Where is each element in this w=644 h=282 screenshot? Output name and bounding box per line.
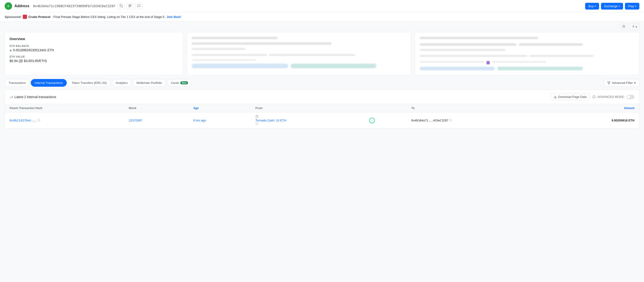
blur-line-5	[269, 54, 355, 56]
blur-line-2	[192, 42, 331, 45]
chat-button[interactable]	[136, 3, 142, 9]
col-block: Block	[124, 104, 188, 112]
block-link[interactable]: 21570367	[129, 119, 142, 122]
blur-line-c3-4	[420, 49, 506, 51]
col-from: From	[251, 104, 364, 112]
header-icon-group	[118, 3, 142, 9]
header-left: E Address 0x4b3A4a71c1998CF4823f39899Fb7…	[5, 2, 142, 10]
eth-diamond-icon: ◈	[10, 49, 12, 52]
blurred-card-3-content	[420, 37, 634, 70]
svg-rect-21	[450, 120, 452, 121]
eth-balance-label: ETH BALANCE	[10, 45, 178, 47]
cards-new-badge: New	[180, 81, 188, 84]
copy-to-icon[interactable]	[449, 119, 452, 122]
arrow-cell: →	[364, 112, 407, 129]
tab-internal-transactions[interactable]: Internal Transactions	[31, 79, 67, 87]
eth-value-value: $6.94 (@ $3,653.85/ETH)	[10, 59, 178, 63]
transaction-actions: Download Page Data ADVANCED MODE:	[551, 93, 634, 100]
age-cell: 6 hrs ago	[189, 112, 251, 129]
transaction-table: Parent Transaction Hash Block Age From T…	[5, 104, 639, 129]
to-address-value: 0x4b3A4a71...4C6eC3297	[411, 119, 543, 122]
sort-icon: ↓≡	[10, 95, 13, 99]
sponsor-description: : Final Presale Stage Before CEX listing…	[52, 15, 165, 19]
direction-arrow-icon: →	[369, 118, 375, 123]
blur-line-c3-3	[519, 43, 583, 46]
blurred-card-2-content	[192, 37, 406, 68]
sponsor-name: Crudo Protocol	[28, 15, 50, 19]
svg-rect-5	[129, 6, 130, 7]
tab-analytics[interactable]: Analytics	[112, 79, 132, 87]
exchange-button[interactable]: Exchange ▾	[601, 3, 623, 10]
amount-value: 9.95250616 ETH	[612, 119, 634, 122]
blur-badge-1	[192, 64, 288, 68]
play-chevron-icon: ▾	[635, 5, 636, 8]
col-arrow	[364, 104, 407, 112]
svg-rect-6	[130, 6, 131, 7]
blur-line-6	[192, 59, 256, 61]
tab-token-transfers[interactable]: Token Transfers (ERC-20)	[68, 79, 111, 87]
transaction-section: ↓≡ Latest 2 internal transactions Downlo…	[5, 89, 639, 129]
blur-line-c3-2	[420, 43, 516, 46]
advanced-filter-button[interactable]: Advanced Filter ▾	[604, 79, 639, 87]
eth-balance-value: ◈ 0.00189829230513441 ETH	[10, 48, 178, 52]
blur-line-c3-5	[420, 55, 527, 57]
svg-rect-4	[130, 5, 131, 5]
tab-transactions[interactable]: Transactions	[5, 79, 30, 87]
sponsor-cta-link[interactable]: Join Now!	[166, 15, 181, 19]
header-right: Buy ▾ Exchange ▾ Play ▾	[585, 3, 639, 10]
svg-rect-19	[38, 120, 40, 121]
play-button[interactable]: Play ▾	[625, 3, 639, 10]
blur-badge-c3-1	[420, 67, 495, 70]
transaction-table-header: ↓≡ Latest 2 internal transactions Downlo…	[5, 90, 639, 104]
exchange-chevron-icon: ▾	[619, 5, 620, 8]
svg-rect-20	[256, 123, 258, 125]
copy-hash-icon[interactable]	[38, 119, 40, 122]
qr-button[interactable]	[126, 3, 134, 9]
blur-line-3	[192, 48, 246, 50]
buy-button[interactable]: Buy ▾	[585, 3, 599, 10]
download-icon	[554, 95, 557, 98]
advanced-mode-toggle-group: ADVANCED MODE:	[592, 95, 635, 99]
blur-badge-2	[290, 64, 376, 68]
svg-marker-14	[608, 82, 610, 84]
tx-hash-link[interactable]: 0x6b21d37b4c...	[10, 119, 37, 122]
eth-value-label: ETH VALUE	[10, 55, 178, 58]
blur-line-c3-7	[420, 61, 484, 63]
blur-line-c3-1	[420, 37, 538, 39]
page-header: E Address 0x4b3A4a71c1998CF4823f39899Fb7…	[0, 0, 644, 12]
overview-cards-row: Overview ETH BALANCE ◈ 0.001898292305134…	[0, 32, 644, 79]
copy-from-icon[interactable]	[256, 122, 258, 125]
amount-cell: 9.95250616 ETH	[548, 112, 639, 129]
col-hash: Parent Transaction Hash	[5, 104, 124, 112]
address-value: 0x4b3A4a71c1998CF4823f39899Fb7cD34C6eC32…	[33, 4, 116, 8]
download-page-data-button[interactable]: Download Page Data	[551, 93, 590, 100]
advanced-mode-toggle[interactable]	[626, 95, 634, 99]
list-view-button[interactable]: ▾	[629, 23, 639, 30]
from-contract-icon	[256, 115, 258, 119]
tab-multichain-portfolio[interactable]: Multichain Portfolio	[132, 79, 166, 87]
col-to: To	[407, 104, 548, 112]
svg-rect-2	[121, 5, 122, 7]
blur-line-c3-8	[492, 61, 546, 63]
token-holdings-card	[187, 32, 411, 75]
blur-line-4	[192, 54, 267, 56]
col-amount: Amount	[548, 104, 639, 112]
sponsored-label: Sponsored:	[5, 15, 22, 19]
blur-line-c3-6	[530, 55, 594, 57]
tab-cards[interactable]: Cards New	[167, 79, 192, 87]
top-action-bar: ▾	[0, 22, 644, 32]
to-cell: 0x4b3A4a71...4C6eC3297	[407, 112, 548, 129]
multichain-card	[415, 32, 639, 75]
sponsored-banner: Sponsored: Crudo Protocol : Final Presal…	[0, 12, 644, 22]
sponsor-logo-icon	[23, 15, 27, 19]
overview-card-title: Overview	[10, 37, 178, 41]
block-cell: 21570367	[124, 112, 188, 129]
col-age: Age	[189, 104, 251, 112]
from-address-link[interactable]: Tornado.Cash: 10 ETH	[256, 119, 360, 122]
transaction-count: ↓≡ Latest 2 internal transactions	[10, 95, 56, 99]
blur-badge-c3-2	[497, 67, 583, 70]
from-cell: Tornado.Cash: 10 ETH	[251, 112, 364, 129]
copy-address-button[interactable]	[118, 3, 125, 9]
star-button[interactable]	[620, 23, 628, 30]
age-value: 6 hrs ago	[193, 119, 206, 122]
